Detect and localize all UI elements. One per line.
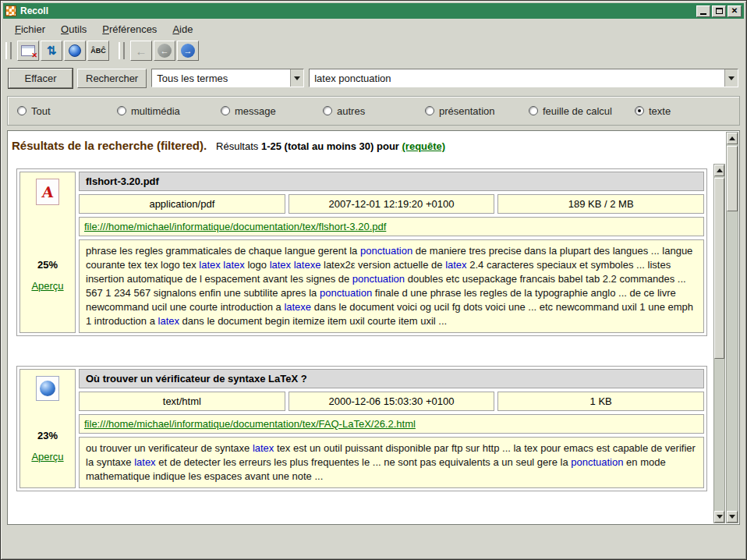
clear-search-icon bbox=[21, 45, 35, 56]
result-date: 2000-12-06 15:03:30 +0100 bbox=[289, 392, 495, 411]
search-row: Effacer Rechercher Tous les termes latex… bbox=[9, 68, 738, 88]
radio-icon bbox=[529, 106, 538, 115]
close-button[interactable]: ✕ bbox=[728, 5, 742, 17]
prev-page-icon bbox=[158, 44, 172, 58]
filter-presentation[interactable]: présentation bbox=[425, 105, 529, 117]
toolbar-term-explorer-button[interactable]: ÂBĈ bbox=[87, 41, 109, 61]
scroll-up-icon[interactable] bbox=[727, 133, 738, 144]
search-term-highlight: ponctuation bbox=[360, 245, 412, 257]
result-mime-type: application/pdf bbox=[79, 194, 285, 214]
recoll-app-icon bbox=[5, 5, 16, 16]
radio-icon bbox=[221, 106, 230, 115]
doc-history-icon bbox=[69, 44, 81, 57]
menubar: FichierOutilsPréférencesAide bbox=[4, 20, 743, 37]
maximize-button[interactable] bbox=[712, 5, 726, 17]
menu-aide[interactable]: Aide bbox=[166, 22, 199, 37]
preview-link[interactable]: Aperçu bbox=[31, 280, 63, 292]
result-snippet: ou trouver un verificateur de syntaxe la… bbox=[79, 437, 704, 488]
result-snippet: phrase les regles grammaticales de chaqu… bbox=[79, 239, 704, 333]
scrollbar-track[interactable] bbox=[727, 144, 738, 511]
filter-label: texte bbox=[649, 105, 671, 117]
result-title: flshort-3.20.pdf bbox=[79, 172, 704, 191]
results-title: Résultats de la recherche (filtered). bbox=[12, 139, 207, 152]
update-index-icon bbox=[47, 44, 57, 58]
minimize-button[interactable] bbox=[696, 5, 710, 17]
window-controls: ✕ bbox=[696, 5, 742, 17]
match-type-select[interactable]: Tous les termes bbox=[151, 69, 304, 87]
scroll-down-icon[interactable] bbox=[714, 511, 724, 523]
pdf-file-icon bbox=[36, 179, 59, 205]
preview-link[interactable]: Aperçu bbox=[31, 451, 63, 463]
results-summary: Résultats 1-25 (total au moins 30) pour … bbox=[216, 140, 445, 152]
filter-label: message bbox=[235, 105, 276, 117]
filter-autres[interactable]: autres bbox=[323, 105, 425, 117]
filter-label: présentation bbox=[439, 105, 495, 117]
html-file-icon bbox=[36, 376, 59, 401]
window-title: Recoll bbox=[20, 5, 692, 16]
results-list: 25%Aperçuflshort-3.20.pdfapplication/pdf… bbox=[9, 164, 713, 523]
filter-label: Tout bbox=[31, 105, 51, 117]
filter-texte[interactable]: texte bbox=[635, 105, 730, 117]
menu-fichier[interactable]: Fichier bbox=[9, 22, 51, 37]
menu-outils[interactable]: Outils bbox=[55, 22, 93, 37]
maximize-icon bbox=[716, 8, 723, 14]
result-url-link[interactable]: file:///home/michael/informatique/docume… bbox=[84, 221, 386, 232]
radio-icon bbox=[323, 106, 332, 115]
toolbar-update-index-button[interactable] bbox=[41, 41, 62, 61]
category-filter-bar: Toutmultimédiamessageautresprésentationf… bbox=[7, 96, 740, 126]
chevron-down-icon bbox=[294, 76, 300, 80]
scroll-up-icon[interactable] bbox=[714, 165, 724, 176]
results-list-region: 25%Aperçuflshort-3.20.pdfapplication/pdf… bbox=[9, 164, 725, 523]
query-link[interactable]: (requête) bbox=[402, 140, 446, 152]
filter-multimedia[interactable]: multimédia bbox=[117, 105, 221, 117]
search-term-highlight: ponctuation bbox=[571, 456, 623, 468]
filter-label: feuille de calcul bbox=[543, 105, 612, 117]
results-list-scrollbar[interactable] bbox=[713, 164, 725, 523]
term-explorer-icon: ÂBĈ bbox=[90, 47, 106, 55]
query-history-dropdown-button[interactable] bbox=[724, 69, 738, 87]
search-button[interactable]: Rechercher bbox=[77, 69, 147, 88]
results-range: 1-25 (total au moins 30) pour bbox=[261, 140, 399, 152]
first-page-icon bbox=[136, 44, 147, 58]
result-title: Où trouver un vérificateur de syntaxe La… bbox=[79, 369, 704, 388]
toolbar-doc-history-button[interactable] bbox=[64, 41, 86, 61]
scrollbar-thumb[interactable] bbox=[727, 146, 738, 211]
recoll-window: Recoll ✕ FichierOutilsPréférencesAide ÂB… bbox=[0, 0, 747, 560]
match-type-dropdown-button[interactable] bbox=[290, 69, 303, 87]
clear-button[interactable]: Effacer bbox=[9, 69, 73, 88]
search-term-highlight: latex bbox=[445, 259, 466, 271]
toolbar-clear-search-button[interactable] bbox=[17, 41, 39, 61]
scrollbar-thumb[interactable] bbox=[714, 178, 724, 359]
result-mime-type: text/html bbox=[79, 392, 285, 411]
radio-icon bbox=[425, 106, 434, 115]
search-term-highlight: latex bbox=[158, 315, 179, 327]
scroll-down-icon[interactable] bbox=[727, 511, 738, 523]
filter-tout[interactable]: Tout bbox=[17, 105, 117, 117]
search-term-highlight: latex latexe bbox=[270, 259, 321, 271]
scrollbar-track[interactable] bbox=[714, 176, 724, 511]
close-icon: ✕ bbox=[731, 7, 738, 15]
menu-preferences[interactable]: Préférences bbox=[96, 22, 163, 37]
result-date: 2007-12-01 12:19:20 +0100 bbox=[289, 194, 495, 214]
query-input[interactable]: latex ponctuation bbox=[309, 69, 738, 87]
titlebar[interactable]: Recoll ✕ bbox=[3, 3, 744, 19]
radio-icon bbox=[17, 106, 27, 115]
filter-label: autres bbox=[337, 105, 365, 117]
filter-message[interactable]: message bbox=[221, 105, 323, 117]
toolbar-first-page-button[interactable] bbox=[130, 41, 152, 61]
toolbar-prev-page-button[interactable] bbox=[154, 41, 175, 61]
results-panel-scrollbar[interactable] bbox=[726, 132, 738, 523]
query-value: latex ponctuation bbox=[310, 73, 724, 84]
result-size: 1 KB bbox=[497, 392, 704, 411]
filter-feuille-de-calcul[interactable]: feuille de calcul bbox=[529, 105, 635, 117]
match-type-value: Tous les termes bbox=[152, 73, 290, 84]
relevance-percent: 23% bbox=[37, 430, 58, 441]
result-url-link[interactable]: file:///home/michael/informatique/docume… bbox=[84, 418, 416, 430]
toolbar: ÂBĈ bbox=[5, 39, 199, 62]
result-entry[interactable]: 25%Aperçuflshort-3.20.pdfapplication/pdf… bbox=[16, 168, 707, 336]
search-term-highlight: ponctuation bbox=[352, 273, 405, 285]
toolbar-next-page-button[interactable] bbox=[177, 41, 199, 61]
search-term-highlight: latex bbox=[253, 442, 274, 454]
result-entry[interactable]: 23%AperçuOù trouver un vérificateur de s… bbox=[16, 366, 707, 491]
chevron-down-icon bbox=[728, 76, 735, 80]
